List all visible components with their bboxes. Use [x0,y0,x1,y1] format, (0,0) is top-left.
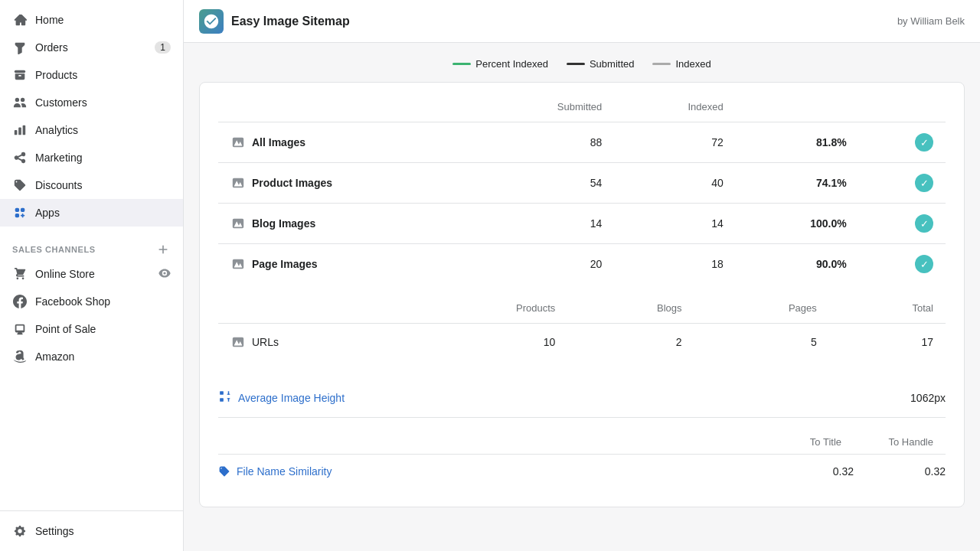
sidebar-nav: Home Orders 1 Products Customers [0,0,183,233]
avg-image-height-row: Average Image Height 1062px [218,379,946,418]
table-row: All Images 88 72 81.8% ✓ [218,122,946,163]
products-icon [12,67,28,83]
topbar-left: Easy Image Sitemap [199,9,350,34]
url-row-pages: 5 [694,324,829,361]
avg-image-height-value: 1062px [884,392,946,404]
avg-image-height-label[interactable]: Average Image Height [218,390,440,406]
sidebar-item-discounts[interactable]: Discounts [0,171,183,199]
sidebar-item-settings-label: Settings [35,525,74,537]
add-sales-channel-button[interactable] [155,242,171,257]
similarity-section: To Title To Handle File Name Similarity … [218,436,946,488]
sidebar-item-orders-label: Orders [35,41,68,54]
resize-icon [218,390,232,406]
url-row-products: 10 [404,324,567,361]
image-row-label: Product Images [252,177,332,189]
sidebar-item-home-label: Home [35,14,64,26]
sidebar-item-amazon[interactable]: Amazon [0,343,183,370]
app-title: Easy Image Sitemap [231,15,350,28]
file-name-similarity-label[interactable]: File Name Similarity [218,465,762,478]
image-row-indexed: 14 [614,204,735,244]
legend-indexed: Indexed [652,58,710,70]
image-row-label: Blog Images [252,217,315,230]
status-ok-icon: ✓ [915,255,933,273]
image-row-submitted: 88 [474,122,614,163]
facebook-icon [12,294,28,309]
images-col-name [218,101,474,122]
sidebar-item-products-label: Products [35,69,77,81]
table-row: Page Images 20 18 90.0% ✓ [218,244,946,285]
sidebar-item-facebook-shop-label: Facebook Shop [35,295,110,308]
status-ok-icon: ✓ [915,133,933,152]
settings-icon [12,523,28,539]
sidebar-item-analytics[interactable]: Analytics [0,116,183,144]
image-row-icon [230,256,246,272]
image-row-indexed: 72 [614,122,735,163]
legend-percent-indexed: Percent Indexed [452,58,548,70]
images-table-card: Submitted Indexed All Images 88 72 [199,82,965,507]
marketing-icon [12,150,28,165]
urls-col-pages: Pages [694,302,829,324]
urls-col-blogs: Blogs [567,302,694,324]
customers-icon [12,95,28,110]
sidebar-item-customers[interactable]: Customers [0,89,183,116]
urls-col-name [218,302,404,324]
image-row-percent: 74.1% [736,163,859,204]
legend-indexed-line [652,63,671,65]
image-row-status: ✓ [859,204,946,244]
eye-icon[interactable] [158,267,171,282]
status-ok-icon: ✓ [915,174,933,192]
content-area: Percent Indexed Submitted Indexed Submit… [184,43,980,551]
sidebar-item-settings[interactable]: Settings [0,517,183,545]
analytics-icon [12,122,28,138]
legend-submitted: Submitted [567,58,635,70]
sidebar: Home Orders 1 Products Customers [0,0,184,551]
sidebar-item-products[interactable]: Products [0,61,183,89]
sidebar-item-apps-label: Apps [35,207,60,219]
image-row-label: All Images [252,136,305,148]
image-row-percent: 81.8% [736,122,859,163]
image-row-submitted: 14 [474,204,614,244]
image-row-submitted: 54 [474,163,614,204]
orders-badge: 1 [155,41,171,54]
sidebar-item-orders[interactable]: Orders 1 [0,34,183,61]
orders-icon [12,40,28,55]
sales-channels-header: SALES CHANNELS [0,233,183,260]
url-row-label: URLs [252,336,279,348]
images-table: Submitted Indexed All Images 88 72 [218,101,946,284]
urls-col-total: Total [829,302,946,324]
apps-icon [12,205,28,220]
sidebar-item-online-store-label: Online Store [35,268,95,280]
home-icon [12,12,28,28]
table-row: Product Images 54 40 74.1% ✓ [218,163,946,204]
legend-percent-indexed-label: Percent Indexed [475,58,548,70]
sidebar-item-pos-label: Point of Sale [35,323,96,335]
image-row-submitted: 20 [474,244,614,285]
image-row-status: ✓ [859,163,946,204]
sidebar-item-online-store[interactable]: Online Store [0,260,183,288]
image-row-icon [230,135,246,150]
url-row-icon [230,334,246,350]
app-logo [199,9,224,34]
sidebar-item-marketing-label: Marketing [35,152,82,164]
similarity-col-title: To Title [750,436,841,448]
sidebar-item-point-of-sale[interactable]: Point of Sale [0,315,183,343]
image-row-status: ✓ [859,122,946,163]
legend-submitted-label: Submitted [590,58,635,70]
file-name-similarity-row: File Name Similarity 0.32 0.32 [218,454,946,488]
urls-table: Products Blogs Pages Total URLs 10 2 [218,302,946,360]
url-row-blogs: 2 [567,324,694,361]
sidebar-item-marketing[interactable]: Marketing [0,144,183,171]
table-row: Blog Images 14 14 100.0% ✓ [218,204,946,244]
image-row-icon [230,216,246,231]
chart-legend: Percent Indexed Submitted Indexed [199,58,965,70]
file-name-similarity-handle-val: 0.32 [854,465,946,478]
store-icon [12,266,28,282]
file-name-similarity-text: File Name Similarity [237,465,332,478]
image-row-percent: 100.0% [736,204,859,244]
sidebar-bottom: Settings [0,510,183,551]
images-col-indexed: Indexed [614,101,735,122]
images-col-status [859,101,946,122]
sidebar-item-apps[interactable]: Apps [0,199,183,227]
sidebar-item-home[interactable]: Home [0,6,183,34]
sidebar-item-facebook-shop[interactable]: Facebook Shop [0,288,183,315]
